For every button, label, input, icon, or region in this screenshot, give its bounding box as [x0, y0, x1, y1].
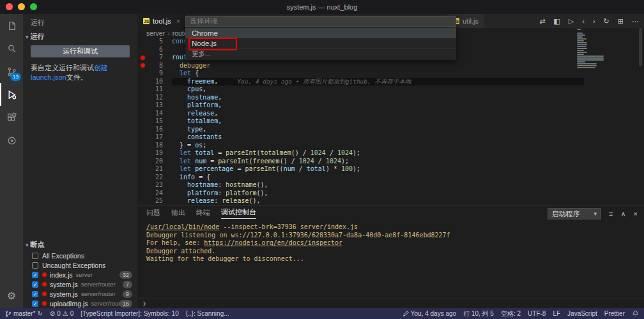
run-file-icon[interactable]: ▷: [569, 17, 574, 26]
breakpoint-row[interactable]: ✓system.jsserver/router9: [23, 289, 137, 299]
checkbox[interactable]: ✓: [32, 300, 38, 307]
console-line: Debugger attached.: [146, 248, 644, 256]
breakpoint-gutter[interactable]: [137, 133, 148, 142]
panel-tab-输出[interactable]: 输出: [171, 208, 185, 219]
editor-scrollbar[interactable]: [639, 28, 642, 66]
settings-gear-icon[interactable]: ⚙: [0, 286, 23, 304]
breakpoint-gutter[interactable]: [137, 62, 148, 70]
panel-tab-问题[interactable]: 问题: [146, 208, 160, 219]
breakpoint-gutter[interactable]: [137, 149, 148, 158]
line-number: 12: [148, 94, 163, 102]
vscode-window: system.js — nuxt_blog 13 ⚙ 运行 ▾ 运行 运行和: [0, 0, 644, 319]
breadcrumb-item[interactable]: server: [146, 29, 165, 37]
more-actions-icon[interactable]: ⋯: [632, 17, 639, 26]
blame-item[interactable]: You, 4 days ago: [402, 310, 456, 317]
ts-importer-item[interactable]: [TypeScript Importer]: Symbols: 10: [80, 310, 178, 317]
breakpoint-row[interactable]: ✓index.jsserver32: [23, 270, 137, 279]
breakpoint-gutter[interactable]: [137, 46, 148, 54]
breakpoint-gutter[interactable]: [137, 181, 148, 189]
minimize-window-icon[interactable]: [18, 3, 25, 10]
breakpoint-gutter[interactable]: [137, 142, 148, 150]
quick-pick-item-Chrome[interactable]: Chrome: [185, 28, 456, 38]
panel-tab-调试控制台[interactable]: 调试控制台: [221, 207, 256, 219]
console-link[interactable]: /usr/local/bin/node: [146, 223, 219, 230]
close-panel-icon[interactable]: ×: [634, 210, 638, 218]
breakpoint-gutter[interactable]: [137, 126, 148, 134]
breakpoint-gutter[interactable]: [137, 197, 148, 205]
notifications-bell-icon[interactable]: [632, 310, 639, 317]
chevron-down-icon: ▾: [26, 242, 29, 248]
scanning-item[interactable]: {..}: Scanning...: [186, 310, 229, 317]
language-mode-item[interactable]: JavaScript: [567, 310, 597, 317]
breakpoint-gutter[interactable]: [137, 110, 148, 118]
filter-icon[interactable]: ≡: [609, 210, 613, 218]
run-section-header[interactable]: ▾ 运行: [23, 29, 137, 43]
navigate-forward-icon[interactable]: ›: [593, 17, 595, 25]
breakpoint-icon[interactable]: [141, 56, 145, 60]
maximize-panel-icon[interactable]: ∧: [621, 210, 626, 218]
cursor-position-item[interactable]: 行 10, 列 5: [463, 309, 494, 318]
editor-tab-tool.js[interactable]: JStool.js×: [137, 14, 186, 28]
code-editor[interactable]: 5const67router.8 debugger9 let {10 freem…: [137, 38, 644, 205]
run-and-debug-button[interactable]: 运行和调试: [31, 45, 130, 57]
debug-console-input[interactable]: ❯: [137, 299, 644, 308]
breakpoint-gutter[interactable]: [137, 78, 148, 86]
circle-view-icon[interactable]: [0, 129, 23, 152]
breakpoint-gutter[interactable]: [137, 38, 148, 46]
checkbox[interactable]: [32, 253, 38, 259]
breakpoint-exception-row[interactable]: Uncaught Exceptions: [23, 260, 137, 270]
breakpoint-gutter[interactable]: [137, 117, 148, 126]
line-number: 17: [148, 133, 163, 142]
indentation-item[interactable]: 空格: 2: [501, 309, 521, 318]
run-and-debug-icon[interactable]: [0, 83, 23, 106]
minimap[interactable]: [577, 29, 605, 69]
line-text: } = os;: [172, 142, 584, 150]
source-control-icon[interactable]: 13: [0, 60, 23, 83]
open-changes-icon[interactable]: ⇄: [539, 17, 545, 26]
sidebar-title: 运行: [23, 14, 137, 29]
launch-config-select[interactable]: 启动程序 ▾: [548, 208, 602, 219]
breakpoint-gutter[interactable]: [137, 174, 148, 182]
breakpoints-header[interactable]: ▾ 断点: [23, 239, 137, 251]
panel-tab-终端[interactable]: 终端: [196, 208, 210, 219]
breakpoint-gutter[interactable]: [137, 101, 148, 110]
breakpoint-row[interactable]: ✓system.jsserver/router7: [23, 279, 137, 289]
line-text: hostname: hostname(),: [172, 181, 584, 189]
split-diff-icon[interactable]: ◧: [553, 17, 560, 26]
breakpoint-exception-row[interactable]: All Exceptions: [23, 251, 137, 260]
refresh-icon[interactable]: ↻: [604, 17, 610, 26]
checkbox[interactable]: [32, 262, 38, 269]
explorer-icon[interactable]: [0, 14, 23, 37]
sync-icon[interactable]: ↻: [37, 310, 42, 317]
encoding-item[interactable]: UTF-8: [528, 310, 546, 317]
zoom-window-icon[interactable]: [30, 3, 37, 10]
breakpoint-gutter[interactable]: [137, 189, 148, 198]
problems-item[interactable]: ⊘0 ⚠0: [50, 310, 73, 317]
quick-pick-item-Node.js[interactable]: Node.js: [185, 38, 456, 48]
navigate-back-icon[interactable]: ‹: [582, 17, 585, 25]
console-link[interactable]: https://nodejs.org/en/docs/inspector: [204, 239, 342, 246]
split-editor-icon[interactable]: ⊞: [618, 17, 624, 26]
checkbox[interactable]: ✓: [32, 291, 38, 297]
extensions-icon[interactable]: [0, 106, 23, 129]
code-line: 17 constants: [137, 133, 644, 142]
search-icon[interactable]: [0, 37, 23, 60]
breakpoint-gutter[interactable]: [137, 54, 148, 62]
breakpoint-row[interactable]: ✓uploadImg.jsserver/router16: [23, 299, 137, 308]
breakpoint-gutter[interactable]: [137, 85, 148, 94]
breakpoint-gutter[interactable]: [137, 70, 148, 78]
git-branch-item[interactable]: master* ↻: [5, 310, 43, 318]
quick-pick-item-更多...[interactable]: 更多...: [185, 48, 456, 59]
breakpoint-icon[interactable]: [141, 63, 145, 68]
breakpoint-gutter[interactable]: [137, 165, 148, 174]
quick-pick-input[interactable]: [185, 16, 456, 27]
breakpoint-line-badge: 16: [119, 300, 132, 308]
breakpoint-gutter[interactable]: [137, 94, 148, 102]
breakpoint-gutter[interactable]: [137, 158, 148, 166]
eol-item[interactable]: LF: [553, 310, 560, 317]
close-window-icon[interactable]: [6, 3, 13, 10]
close-tab-icon[interactable]: ×: [176, 17, 180, 25]
formatter-item[interactable]: Prettier: [604, 310, 625, 317]
checkbox[interactable]: ✓: [32, 272, 38, 278]
checkbox[interactable]: ✓: [32, 281, 38, 288]
